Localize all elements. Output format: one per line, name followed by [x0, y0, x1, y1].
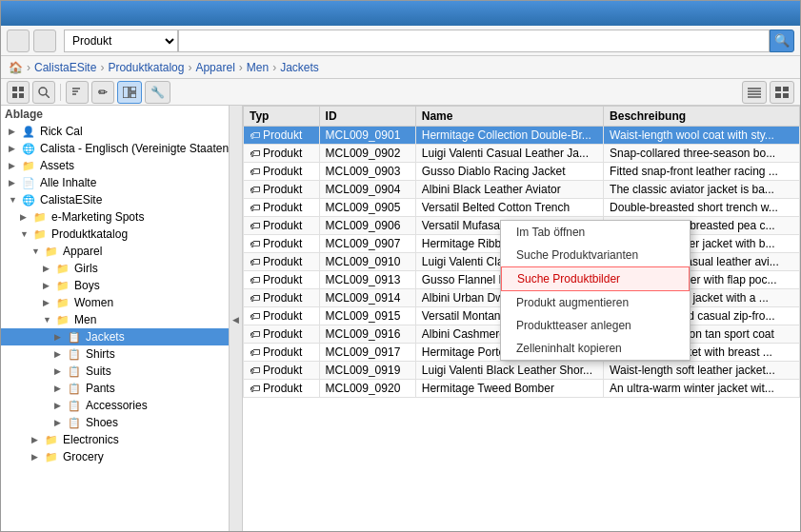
cell-typ: 🏷Produkt: [244, 163, 320, 181]
search-input[interactable]: [178, 30, 770, 52]
svg-rect-10: [130, 87, 136, 91]
sidebar-item-boys[interactable]: ▶ 📁 Boys: [1, 277, 242, 294]
svg-line-5: [46, 94, 50, 98]
cell-desc: Double-breasted short trench w...: [604, 199, 800, 217]
cell-desc: Snap-collared three-season bo...: [604, 145, 800, 163]
svg-rect-19: [783, 93, 789, 98]
sidebar-item-women[interactable]: ▶ 📁 Women: [1, 294, 242, 311]
cell-id: MCL009_0903: [319, 163, 415, 181]
sidebar-item-assets[interactable]: ▶ 📁 Assets: [1, 157, 242, 174]
forward-button[interactable]: [33, 30, 56, 52]
sidebar-item-rick-cal[interactable]: ▶ 👤 Rick Cal: [1, 123, 242, 140]
context-menu-item-create-teaser[interactable]: Produktteaser anlegen: [501, 314, 690, 337]
breadcrumb-jackets[interactable]: Jackets: [280, 61, 319, 74]
sidebar-item-accessories[interactable]: ▶ 📋 Accessories: [1, 397, 242, 414]
context-menu-item-search-product-images[interactable]: Suche Produktbilder: [501, 266, 690, 291]
sort-icon: [71, 87, 83, 98]
sidebar-collapse-btn[interactable]: ◀: [229, 106, 242, 532]
sidebar-item-apparel[interactable]: ▼ 📁 Apparel: [1, 243, 242, 260]
context-menu-item-augment-product[interactable]: Produkt augmentieren: [501, 291, 690, 314]
context-menu-item-search-variants[interactable]: Suche Produktvarianten: [501, 244, 690, 266]
view-icons-btn[interactable]: [7, 81, 30, 104]
col-header-typ[interactable]: Typ: [244, 107, 320, 127]
sidebar-item-grocery[interactable]: ▶ 📁 Grocery: [1, 448, 242, 465]
view-toggle: [742, 81, 794, 104]
sidebar-item-pants[interactable]: ▶ 📋 Pants: [1, 380, 242, 397]
svg-rect-2: [12, 93, 17, 98]
title-bar: [1, 1, 800, 26]
arrow-down-icon: ▼: [43, 315, 56, 325]
col-header-id[interactable]: ID: [319, 107, 415, 127]
folder-icon: 📁: [56, 314, 71, 326]
table-row[interactable]: 🏷Produkt MCL009_0901 Hermitage Collectio…: [244, 127, 800, 145]
table-row[interactable]: 🏷Produkt MCL009_0903 Gusso Diablo Racing…: [244, 163, 800, 181]
cell-name: Albini Black Leather Aviator: [415, 181, 603, 199]
search-tree-btn[interactable]: [32, 81, 55, 104]
breadcrumb-icon: 🏠: [9, 61, 23, 74]
sidebar-item-electronics[interactable]: ▶ 📁 Electronics: [1, 431, 242, 448]
wrench-btn[interactable]: 🔧: [145, 81, 170, 104]
svg-rect-0: [12, 87, 17, 91]
arrow-icon: ▶: [31, 452, 45, 462]
arrow-icon: ▶: [9, 178, 22, 187]
layout-icon: [123, 87, 136, 98]
table-row[interactable]: 🏷Produkt MCL009_0920 Hermitage Tweed Bom…: [244, 380, 800, 398]
list-icon: 📋: [68, 365, 83, 378]
context-menu-item-copy-cell[interactable]: Zelleninhalt kopieren: [501, 337, 690, 360]
cell-typ: 🏷Produkt: [244, 145, 320, 163]
list-icon: 📋: [68, 417, 83, 429]
table-row[interactable]: 🏷Produkt MCL009_0919 Luigi Valenti Black…: [244, 362, 800, 380]
category-dropdown[interactable]: Produkt Kategorie: [64, 30, 178, 52]
table-row[interactable]: 🏷Produkt MCL009_0902 Luigi Valenti Casua…: [244, 145, 800, 163]
list-icon: 📋: [68, 348, 83, 361]
context-menu-item-open-in-tab[interactable]: Im Tab öffnen: [501, 221, 690, 244]
cell-id: MCL009_0904: [319, 181, 415, 199]
sidebar-item-produktkatalog[interactable]: ▼ 📁 Produktkatalog: [1, 226, 242, 243]
cell-id: MCL009_0914: [319, 289, 415, 307]
col-header-name[interactable]: Name: [415, 107, 603, 127]
col-header-beschreibung[interactable]: Beschreibung: [604, 107, 800, 127]
sidebar-item-calistasite[interactable]: ▼ 🌐 CalistaESite: [1, 191, 242, 208]
edit-btn[interactable]: ✏: [91, 81, 114, 104]
sidebar-item-jackets[interactable]: ▶ 📋 Jackets: [1, 328, 242, 345]
arrow-icon: ▶: [43, 264, 56, 273]
sidebar: Ablage ▶ 👤 Rick Cal ▶ 🌐 Calista - Englis…: [1, 106, 243, 532]
breadcrumb-calistasite[interactable]: CalistaESite: [34, 61, 96, 74]
ablage-header: Ablage: [1, 106, 242, 123]
svg-rect-11: [130, 93, 136, 98]
grid-view-btn[interactable]: [770, 81, 794, 104]
svg-rect-3: [19, 93, 24, 98]
cell-name: Luigi Valenti Black Leather Shor...: [415, 362, 603, 380]
arrow-down-icon: ▼: [9, 195, 22, 205]
grid-small-icon: [12, 87, 24, 98]
cell-id: MCL009_0901: [319, 127, 415, 145]
folder-icon: 📁: [56, 297, 71, 309]
sidebar-item-suits[interactable]: ▶ 📋 Suits: [1, 363, 242, 380]
context-menu: Im Tab öffnenSuche ProduktvariantenSuche…: [500, 220, 691, 361]
list-view-btn[interactable]: [742, 81, 767, 104]
breadcrumb-men[interactable]: Men: [247, 61, 269, 74]
back-button[interactable]: [7, 30, 30, 52]
sidebar-item-emarketing[interactable]: ▶ 📁 e-Marketing Spots: [1, 208, 242, 226]
search-execute-button[interactable]: 🔍: [770, 30, 794, 52]
cell-typ: 🏷Produkt: [244, 325, 320, 344]
layout-btn[interactable]: [117, 81, 142, 104]
sidebar-item-shoes[interactable]: ▶ 📋 Shoes: [1, 414, 242, 431]
cell-id: MCL009_0919: [319, 362, 415, 380]
sort-desc-btn[interactable]: [66, 81, 89, 104]
sidebar-item-shirts[interactable]: ▶ 📋 Shirts: [1, 345, 242, 363]
table-row[interactable]: 🏷Produkt MCL009_0905 Versatil Belted Cot…: [244, 199, 800, 217]
breadcrumb-produktkatalog[interactable]: Produktkatalog: [108, 61, 184, 74]
sidebar-item-alle-inhalte[interactable]: ▶ 📄 Alle Inhalte: [1, 174, 242, 191]
cell-typ: 🏷Produkt: [244, 217, 320, 235]
table-row[interactable]: 🏷Produkt MCL009_0904 Albini Black Leathe…: [244, 181, 800, 199]
cell-typ: 🏷Produkt: [244, 380, 320, 398]
breadcrumb-apparel[interactable]: Apparel: [195, 61, 234, 74]
svg-point-4: [39, 88, 47, 95]
arrow-icon: ▶: [31, 435, 45, 444]
cell-id: MCL009_0906: [319, 217, 415, 235]
sidebar-item-men[interactable]: ▼ 📁 Men: [1, 311, 242, 328]
sidebar-item-girls[interactable]: ▶ 📁 Girls: [1, 260, 242, 277]
arrow-icon: ▶: [54, 418, 68, 427]
sidebar-item-calista[interactable]: ▶ 🌐 Calista - Englisch (Vereinigte Staat…: [1, 140, 242, 157]
